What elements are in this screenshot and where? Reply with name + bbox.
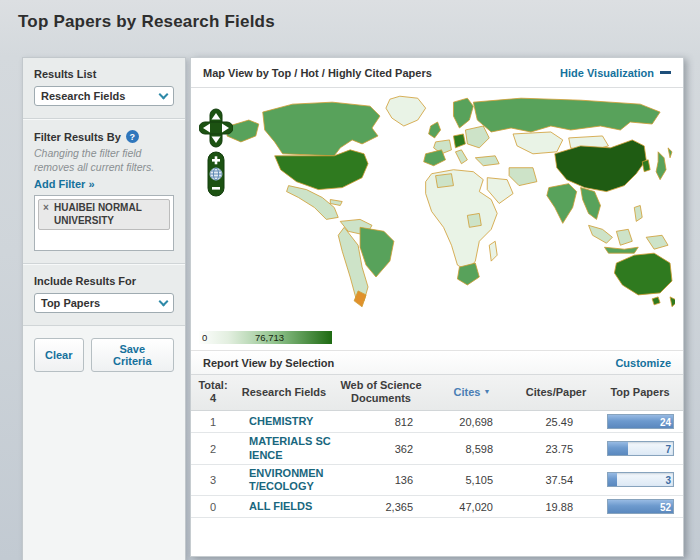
row-cites: 20,698 xyxy=(429,416,515,428)
row-cites-per-paper: 37.54 xyxy=(515,474,597,486)
header-cites-sorted[interactable]: Cites ▼ xyxy=(429,386,515,399)
pan-control-icon xyxy=(199,109,233,147)
top-papers-bar: 7 xyxy=(607,441,674,456)
zoom-control-icon xyxy=(208,152,224,196)
page-title: Top Papers by Research Fields xyxy=(18,12,275,32)
include-results-dropdown[interactable]: Top Papers xyxy=(34,293,174,313)
row-docs: 812 xyxy=(333,416,429,428)
country-japan xyxy=(656,152,666,180)
country-russia xyxy=(473,98,660,132)
row-cites-per-paper: 25.49 xyxy=(515,416,597,428)
country-canada xyxy=(263,102,380,156)
map-pan-zoom-controls[interactable] xyxy=(199,108,233,198)
main-panel: Map View by Top / Hot / Highly Cited Pap… xyxy=(190,57,684,557)
row-docs: 136 xyxy=(333,474,429,486)
chevron-down-icon xyxy=(159,90,169,100)
table-row: 0 ALL FIELDS 2,365 47,020 19.88 52 xyxy=(191,496,683,518)
row-cites: 8,598 xyxy=(429,443,515,455)
map-header: Map View by Top / Hot / Highly Cited Pap… xyxy=(191,58,683,88)
country-south-africa xyxy=(457,263,479,285)
results-list-section: Results List Research Fields xyxy=(23,58,185,119)
field-link[interactable]: CHEMISTRY xyxy=(235,415,333,428)
country-greenland xyxy=(386,96,426,126)
filter-tag[interactable]: × HUAIBEI NORMAL UNIVERSITY xyxy=(38,199,170,230)
results-list-label: Results List xyxy=(34,68,174,80)
row-rank: 2 xyxy=(191,443,235,455)
top-papers-bar-value: 24 xyxy=(660,415,671,430)
continent-africa xyxy=(426,170,498,271)
top-papers-bar-value: 7 xyxy=(665,442,671,457)
report-title: Report View by Selection xyxy=(203,357,334,369)
header-total: Total: 4 xyxy=(191,379,235,405)
legend-min-value: 0 xyxy=(202,332,207,343)
results-list-dropdown[interactable]: Research Fields xyxy=(34,86,174,106)
clear-button[interactable]: Clear xyxy=(34,338,84,372)
row-docs: 362 xyxy=(333,443,429,455)
header-wos-documents[interactable]: Web of Science Documents xyxy=(333,379,429,405)
top-papers-bar-fill xyxy=(608,473,617,486)
report-table-body: 1 CHEMISTRY 812 20,698 25.49 24 2 MATERI… xyxy=(191,411,683,518)
top-papers-bar-fill xyxy=(608,442,628,455)
map-title: Map View by Top / Hot / Highly Cited Pap… xyxy=(203,67,432,79)
hide-visualization-label: Hide Visualization xyxy=(560,67,654,79)
filter-note: Changing the filter field removes all cu… xyxy=(34,147,174,174)
field-link[interactable]: ENVIRONMENT/ECOLOGY xyxy=(235,467,333,493)
chevron-down-icon xyxy=(159,297,169,307)
header-research-fields[interactable]: Research Fields xyxy=(235,386,333,399)
sidebar-bottom: Clear Save Criteria xyxy=(23,326,185,560)
save-criteria-button[interactable]: Save Criteria xyxy=(91,338,174,372)
field-link[interactable]: ALL FIELDS xyxy=(235,500,333,513)
header-top-papers[interactable]: Top Papers xyxy=(597,386,683,399)
world-choropleth-map[interactable] xyxy=(223,94,675,312)
table-header-row: Total: 4 Research Fields Web of Science … xyxy=(191,375,683,411)
include-results-selected: Top Papers xyxy=(41,297,100,309)
row-cites: 47,020 xyxy=(429,501,515,513)
report-header: Report View by Selection Customize xyxy=(191,351,683,375)
map-area: 0 76,713 xyxy=(191,88,683,351)
sort-arrow-icon: ▼ xyxy=(484,388,491,395)
table-row: 1 CHEMISTRY 812 20,698 25.49 24 xyxy=(191,411,683,433)
row-docs: 2,365 xyxy=(333,501,429,513)
page: Top Papers by Research Fields Results Li… xyxy=(0,0,700,560)
top-papers-bar: 3 xyxy=(607,472,674,487)
include-results-section: Include Results For Top Papers xyxy=(23,264,185,326)
filter-tag-label: HUAIBEI NORMAL UNIVERSITY xyxy=(54,202,142,226)
remove-filter-icon[interactable]: × xyxy=(43,202,49,215)
include-results-label: Include Results For xyxy=(34,275,174,287)
filter-section: Filter Results By ? Changing the filter … xyxy=(23,119,185,264)
top-papers-bar: 24 xyxy=(607,414,674,429)
row-cites-per-paper: 23.75 xyxy=(515,443,597,455)
results-list-selected: Research Fields xyxy=(41,90,125,102)
table-row: 3 ENVIRONMENT/ECOLOGY 136 5,105 37.54 3 xyxy=(191,465,683,496)
country-germany xyxy=(453,134,465,148)
row-cites-per-paper: 19.88 xyxy=(515,501,597,513)
row-rank: 0 xyxy=(191,501,235,513)
minus-icon xyxy=(660,71,671,74)
row-rank: 3 xyxy=(191,474,235,486)
hide-visualization-link[interactable]: Hide Visualization xyxy=(560,67,671,79)
top-papers-bar-value: 3 xyxy=(665,473,671,488)
row-cites: 5,105 xyxy=(429,474,515,486)
country-brazil xyxy=(360,227,394,277)
legend-max-value: 76,713 xyxy=(255,332,284,343)
table-row: 2 MATERIALS SCIENCE 362 8,598 23.75 7 xyxy=(191,433,683,464)
add-filter-link[interactable]: Add Filter » xyxy=(34,178,95,190)
customize-link[interactable]: Customize xyxy=(615,357,671,369)
top-papers-bar-value: 52 xyxy=(660,500,671,515)
country-australia xyxy=(614,253,672,295)
top-papers-bar: 52 xyxy=(607,499,674,514)
country-uk xyxy=(429,122,441,138)
help-icon[interactable]: ? xyxy=(126,130,139,143)
field-link[interactable]: MATERIALS SCIENCE xyxy=(235,435,333,461)
sidebar: Results List Research Fields Filter Resu… xyxy=(22,57,186,560)
row-rank: 1 xyxy=(191,416,235,428)
filter-label: Filter Results By xyxy=(34,131,121,143)
header-cites-per-paper[interactable]: Cites/Paper xyxy=(515,386,597,399)
map-legend: 0 76,713 xyxy=(199,331,332,344)
country-usa xyxy=(275,150,368,190)
country-india xyxy=(547,184,577,224)
filter-listbox[interactable]: × HUAIBEI NORMAL UNIVERSITY xyxy=(34,195,174,251)
